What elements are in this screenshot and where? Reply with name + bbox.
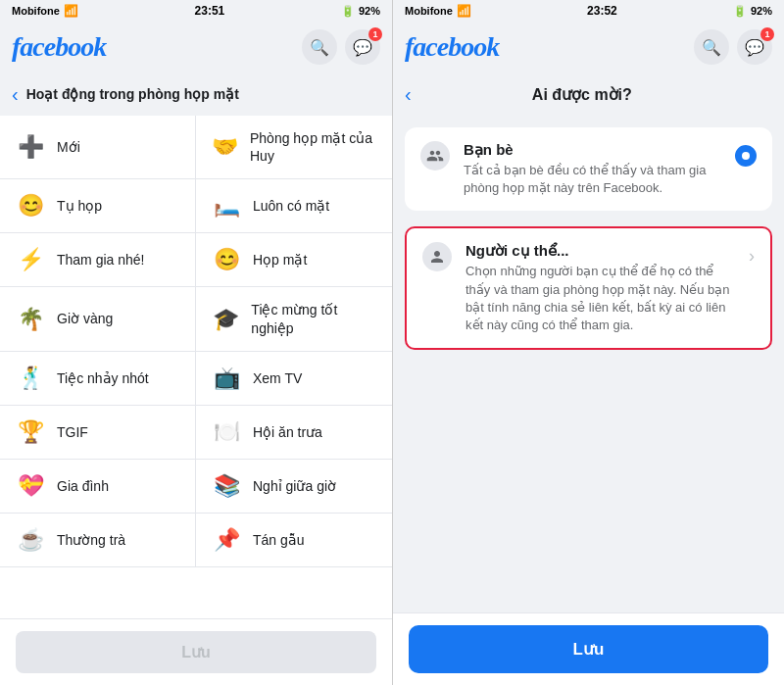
activity-label: Tán gẫu	[253, 531, 305, 549]
specific-text: Người cụ thể... Chọn những người bạn cụ …	[466, 242, 735, 334]
friends-title: Bạn bè	[464, 141, 721, 159]
content-left: ➕ Mới 🤝 Phòng họp mặt của Huy 😊 Tụ họp 🛏…	[0, 116, 392, 618]
status-left: Mobifone 📶	[12, 4, 78, 18]
activity-icon: 😊	[212, 247, 241, 272]
activity-label: Xem TV	[253, 369, 302, 387]
friends-text: Bạn bè Tất cả bạn bè đều có thể thấy và …	[464, 141, 721, 197]
search-button-left[interactable]: 🔍	[302, 29, 337, 65]
activity-label: TGIF	[57, 423, 88, 441]
search-icon-left: 🔍	[310, 38, 329, 57]
option-friends[interactable]: Bạn bè Tất cả bạn bè đều có thể thấy và …	[405, 127, 772, 211]
activity-label: Tham gia nhé!	[57, 251, 145, 269]
chevron-right-icon: ›	[749, 246, 755, 267]
facebook-logo-left: facebook	[12, 31, 106, 63]
specific-icon	[422, 242, 452, 271]
messenger-icon-left: 💬	[353, 38, 372, 57]
activity-icon: 😊	[16, 193, 45, 219]
luu-button-right[interactable]: Lưu	[409, 625, 768, 673]
time-left: 23:51	[195, 4, 225, 18]
activity-label: Tiệc mừng tốt nghiệp	[251, 301, 376, 336]
activity-icon: ☕	[16, 527, 45, 553]
specific-desc: Chọn những người bạn cụ thể để họ có thể…	[466, 263, 735, 334]
header-icons-left: 🔍 💬 1	[302, 29, 380, 65]
option-specific-card[interactable]: Người cụ thể... Chọn những người bạn cụ …	[405, 226, 772, 350]
activity-item[interactable]: 🎓 Tiệc mừng tốt nghiệp	[196, 287, 392, 351]
status-left-right: Mobifone 📶	[405, 4, 471, 18]
activity-item[interactable]: 💝 Gia đình	[0, 460, 196, 514]
nav-bar-right: ‹ Ai được mời?	[393, 73, 784, 116]
activity-label: Giờ vàng	[57, 310, 113, 327]
carrier-right: Mobifone	[405, 5, 453, 17]
header-icons-right: 🔍 💬 1	[694, 29, 772, 65]
activity-label: Nghỉ giữa giờ	[253, 477, 336, 495]
activity-label: Gia đình	[57, 477, 109, 495]
activity-icon: 🌴	[16, 307, 45, 332]
activity-item[interactable]: 🛏️ Luôn có mặt	[196, 179, 392, 233]
search-icon-right: 🔍	[702, 38, 721, 57]
activity-item[interactable]: 😊 Họp mặt	[196, 233, 392, 287]
status-bar-left: Mobifone 📶 23:51 🔋 92%	[0, 0, 392, 22]
messenger-button-right[interactable]: 💬 1	[737, 29, 772, 65]
panel-left: Mobifone 📶 23:51 🔋 92% facebook 🔍 💬 1 ‹ …	[0, 0, 392, 685]
activity-item[interactable]: 🕺 Tiệc nhảy nhót	[0, 352, 196, 406]
activity-icon: ⚡	[16, 247, 45, 272]
option-specific[interactable]: Người cụ thể... Chọn những người bạn cụ …	[407, 228, 770, 348]
activity-label: Họp mặt	[253, 251, 307, 269]
specific-title: Người cụ thể...	[466, 242, 735, 260]
battery-icon-right: 🔋	[733, 5, 747, 18]
activity-icon: 📺	[212, 366, 241, 391]
activity-label: Luôn có mặt	[253, 197, 329, 215]
activity-icon: 🍽️	[212, 419, 241, 445]
header-left: facebook 🔍 💬 1	[0, 22, 392, 73]
activity-item[interactable]: ☕ Thường trà	[0, 514, 196, 567]
carrier-left: Mobifone	[12, 5, 60, 17]
time-right: 23:52	[587, 4, 617, 18]
activity-icon: 💝	[16, 473, 45, 499]
activity-label: Hội ăn trưa	[253, 423, 322, 441]
activity-icon: 🛏️	[212, 193, 241, 219]
messenger-button-left[interactable]: 💬 1	[345, 29, 380, 65]
activity-item[interactable]: 📺 Xem TV	[196, 352, 392, 406]
activity-item[interactable]: ➕ Mới	[0, 116, 196, 179]
activity-icon: 🤝	[212, 134, 238, 160]
activity-item[interactable]: 📚 Nghỉ giữa giờ	[196, 460, 392, 514]
activity-item[interactable]: 📌 Tán gẫu	[196, 514, 392, 567]
panel-right: Mobifone 📶 23:52 🔋 92% facebook 🔍 💬 1 ‹ …	[392, 0, 784, 685]
activity-item[interactable]: 🌴 Giờ vàng	[0, 287, 196, 351]
activity-icon: 📚	[212, 473, 241, 499]
luu-button-left[interactable]: Lưu	[16, 631, 376, 673]
bottom-bar-left: Lưu	[0, 618, 392, 685]
activity-label: Tụ họp	[57, 197, 102, 215]
activity-item[interactable]: ⚡ Tham gia nhé!	[0, 233, 196, 287]
page-title-left: Hoạt động trong phòng họp mặt	[26, 86, 380, 102]
search-button-right[interactable]: 🔍	[694, 29, 729, 65]
messenger-badge-left: 1	[368, 27, 382, 41]
wifi-icon-left: 📶	[64, 4, 78, 18]
activity-icon: ➕	[16, 134, 45, 160]
battery-pct-right: 92%	[751, 5, 772, 17]
status-right-left: 🔋 92%	[341, 5, 380, 18]
activity-label: Thường trà	[57, 531, 125, 549]
page-title-right: Ai được mời?	[419, 85, 745, 104]
friends-desc: Tất cả bạn bè đều có thể thấy và tham gi…	[464, 162, 721, 197]
messenger-icon-right: 💬	[745, 38, 764, 57]
back-button-left[interactable]: ‹	[12, 83, 19, 106]
radio-selected-icon	[735, 145, 757, 167]
activity-item[interactable]: 🏆 TGIF	[0, 406, 196, 460]
battery-icon-left: 🔋	[341, 5, 355, 18]
options-area: Bạn bè Tất cả bạn bè đều có thể thấy và …	[393, 116, 784, 612]
nav-bar-left: ‹ Hoạt động trong phòng họp mặt	[0, 73, 392, 116]
battery-pct-left: 92%	[359, 5, 380, 17]
friends-radio[interactable]	[735, 145, 757, 167]
option-friends-card[interactable]: Bạn bè Tất cả bạn bè đều có thể thấy và …	[405, 127, 772, 211]
facebook-logo-right: facebook	[405, 31, 499, 63]
activity-icon: 🏆	[16, 419, 45, 445]
status-bar-right: Mobifone 📶 23:52 🔋 92%	[393, 0, 784, 22]
activity-item[interactable]: 🤝 Phòng họp mặt của Huy	[196, 116, 392, 179]
activity-label: Tiệc nhảy nhót	[57, 369, 149, 387]
wifi-icon-right: 📶	[457, 4, 471, 18]
activity-item[interactable]: 😊 Tụ họp	[0, 179, 196, 233]
back-button-right[interactable]: ‹	[405, 83, 412, 106]
activity-item[interactable]: 🍽️ Hội ăn trưa	[196, 406, 392, 460]
activity-icon: 🎓	[212, 307, 239, 332]
